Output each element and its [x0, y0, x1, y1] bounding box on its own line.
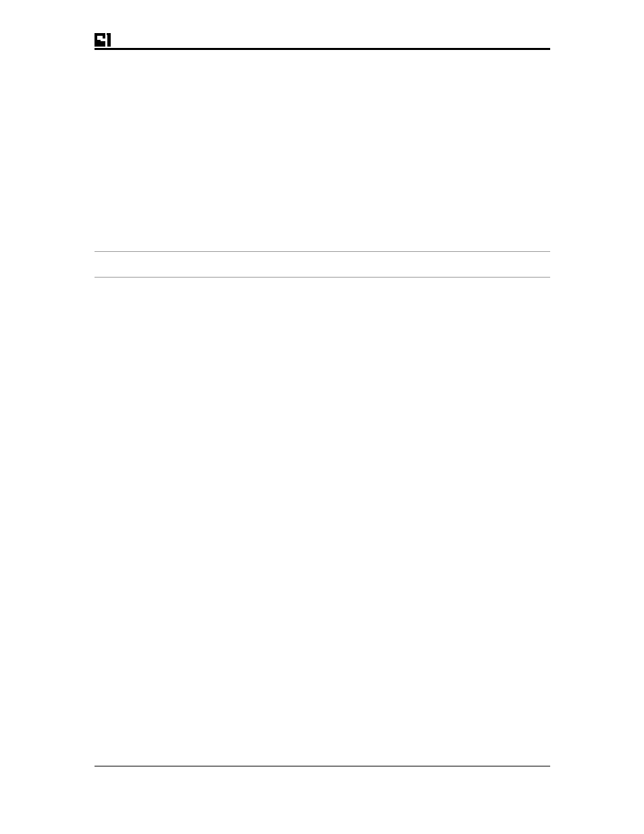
page-header: [95, 34, 550, 50]
horizontal-rule-2: [95, 277, 550, 278]
footer-rule: [95, 766, 550, 766]
svg-rect-6: [107, 33, 111, 35]
page-content: [95, 34, 550, 50]
horizontal-rule-1: [95, 251, 550, 252]
svg-rect-2: [101, 38, 105, 41]
ai-logo-icon: [95, 33, 115, 47]
